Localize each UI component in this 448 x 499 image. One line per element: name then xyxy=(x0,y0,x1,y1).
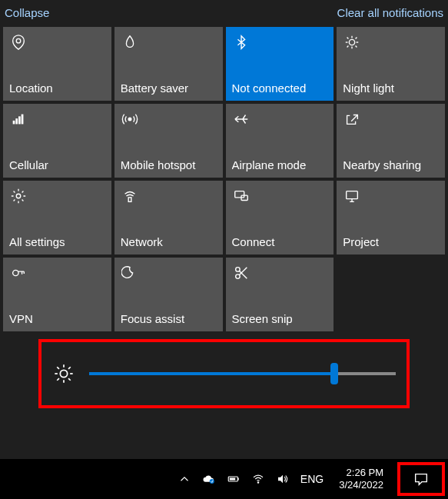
bluetooth-icon xyxy=(232,33,251,52)
tile-label: Project xyxy=(343,235,439,248)
night-light-icon xyxy=(343,33,361,52)
svg-rect-19 xyxy=(347,191,358,199)
svg-rect-17 xyxy=(234,191,244,198)
taskbar: ENG 2:26 PM 3/24/2022 xyxy=(0,459,448,499)
svg-line-8 xyxy=(347,46,349,48)
svg-rect-39 xyxy=(230,478,236,481)
svg-line-25 xyxy=(239,271,247,278)
tile-nearby-sharing[interactable]: Nearby sharing xyxy=(337,104,445,178)
tile-label: Night light xyxy=(343,82,439,95)
wifi-icon[interactable] xyxy=(251,472,265,486)
svg-rect-10 xyxy=(13,121,15,125)
brightness-slider-thumb[interactable] xyxy=(330,363,338,384)
svg-rect-12 xyxy=(18,116,21,124)
location-icon xyxy=(9,33,28,52)
tile-label: Battery saver xyxy=(121,82,217,95)
cellular-icon xyxy=(9,110,28,128)
svg-line-34 xyxy=(57,378,59,381)
action-center-button[interactable] xyxy=(397,462,445,496)
svg-rect-16 xyxy=(128,198,131,202)
brightness-icon xyxy=(52,362,75,385)
svg-point-1 xyxy=(350,39,355,45)
hotspot-icon xyxy=(121,110,139,128)
brightness-slider[interactable] xyxy=(89,372,396,375)
share-icon xyxy=(343,110,361,128)
action-center-header: Collapse Clear all notifications xyxy=(0,0,448,27)
vpn-icon xyxy=(9,264,28,282)
svg-line-6 xyxy=(347,38,349,39)
onedrive-icon[interactable] xyxy=(202,472,216,486)
volume-icon[interactable] xyxy=(276,472,290,486)
tile-project[interactable]: Project xyxy=(337,181,445,254)
svg-rect-11 xyxy=(15,118,18,124)
svg-line-9 xyxy=(356,38,357,39)
clock-date: 3/24/2022 xyxy=(339,479,383,491)
tile-night-light[interactable]: Night light xyxy=(337,27,445,101)
tile-vpn[interactable]: VPN xyxy=(3,258,111,331)
tile-network[interactable]: Network xyxy=(114,181,223,254)
tile-screen-snip[interactable]: Screen snip xyxy=(226,258,334,331)
tile-label: All settings xyxy=(9,235,105,248)
svg-point-40 xyxy=(257,482,259,484)
tile-label: VPN xyxy=(9,312,105,325)
tile-airplane-mode[interactable]: Airplane mode xyxy=(226,104,334,178)
svg-point-22 xyxy=(13,270,18,275)
collapse-link[interactable]: Collapse xyxy=(5,6,49,19)
svg-line-7 xyxy=(356,46,357,48)
system-tray xyxy=(178,472,290,486)
focus-assist-icon xyxy=(121,264,139,282)
taskbar-clock[interactable]: 2:26 PM 3/24/2022 xyxy=(334,467,388,491)
svg-point-14 xyxy=(128,118,131,121)
tile-battery-saver[interactable]: Battery saver xyxy=(114,27,223,101)
tray-overflow-icon[interactable] xyxy=(178,472,191,486)
tile-cellular[interactable]: Cellular xyxy=(3,104,111,178)
svg-rect-13 xyxy=(22,115,24,125)
tile-connect[interactable]: Connect xyxy=(226,181,334,254)
airplane-icon xyxy=(232,110,251,128)
tile-label: Network xyxy=(121,235,217,248)
tile-label: Location xyxy=(9,82,105,95)
tile-label: Cellular xyxy=(9,158,105,171)
network-icon xyxy=(121,187,139,205)
tile-location[interactable]: Location xyxy=(3,27,111,101)
tile-mobile-hotspot[interactable]: Mobile hotspot xyxy=(114,104,223,178)
connect-icon xyxy=(232,187,251,205)
svg-line-35 xyxy=(68,367,71,369)
tile-label: Not connected xyxy=(232,82,328,95)
project-icon xyxy=(343,187,361,205)
svg-line-33 xyxy=(68,378,71,381)
battery-icon[interactable] xyxy=(227,472,241,486)
tile-label: Screen snip xyxy=(232,312,328,325)
settings-icon xyxy=(9,187,28,205)
language-indicator[interactable]: ENG xyxy=(297,473,327,485)
svg-point-0 xyxy=(16,38,21,43)
tile-all-settings[interactable]: All settings xyxy=(3,181,111,254)
battery-saver-icon xyxy=(121,33,139,52)
tile-label: Airplane mode xyxy=(232,158,328,171)
svg-rect-38 xyxy=(237,478,239,481)
brightness-slider-row xyxy=(38,339,410,408)
tile-label: Nearby sharing xyxy=(343,158,439,171)
tile-label: Mobile hotspot xyxy=(121,158,217,171)
svg-line-26 xyxy=(239,268,247,275)
clock-time: 2:26 PM xyxy=(339,467,383,479)
screen-snip-icon xyxy=(232,264,251,282)
clear-notifications-link[interactable]: Clear all notifications xyxy=(337,6,443,19)
svg-point-15 xyxy=(16,194,21,198)
tile-label: Focus assist xyxy=(121,312,217,325)
tile-bluetooth[interactable]: Not connected xyxy=(226,27,334,101)
tile-label: Connect xyxy=(232,235,328,248)
tile-focus-assist[interactable]: Focus assist xyxy=(114,258,223,331)
svg-line-32 xyxy=(57,367,59,369)
action-center-panel: Collapse Clear all notifications Locatio… xyxy=(0,0,448,459)
svg-point-27 xyxy=(60,370,67,377)
quick-actions-grid: LocationBattery saverNot connectedNight … xyxy=(0,27,448,331)
